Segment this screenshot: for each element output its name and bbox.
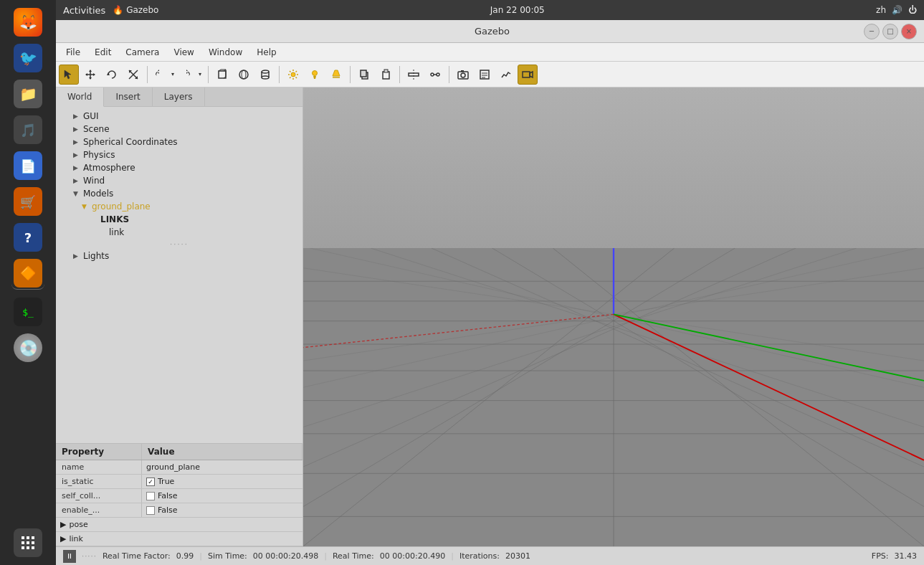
tree-item-physics-label: Physics xyxy=(83,150,115,160)
point-light-button[interactable] xyxy=(305,65,325,85)
power-icon[interactable]: ⏻ xyxy=(908,5,917,15)
svg-rect-1 xyxy=(27,536,29,539)
copy-button[interactable] xyxy=(354,65,374,85)
tree-item-gui[interactable]: ▶ GUI xyxy=(56,110,303,123)
tab-world[interactable]: World xyxy=(56,87,104,107)
sky-area xyxy=(303,87,924,262)
plot-button[interactable] xyxy=(496,65,516,85)
svg-line-71 xyxy=(432,248,924,467)
prop-pose-label: pose xyxy=(69,520,87,529)
svg-line-68 xyxy=(303,248,675,546)
svg-marker-56 xyxy=(530,72,533,77)
menu-edit[interactable]: Edit xyxy=(89,46,117,59)
status-sep-1: | xyxy=(199,551,202,561)
spot-light-button[interactable] xyxy=(326,65,346,85)
menu-window[interactable]: Window xyxy=(203,46,248,59)
tree-item-lights-label: Lights xyxy=(83,251,109,261)
menu-help[interactable]: Help xyxy=(251,46,282,59)
scale-tool-button[interactable] xyxy=(123,65,143,85)
toolbar-sep-2 xyxy=(208,66,209,83)
svg-rect-7 xyxy=(27,546,29,549)
real-time-value: 00 00:00:20.490 xyxy=(380,551,445,561)
screenshot-button[interactable] xyxy=(453,65,473,85)
viewport[interactable] xyxy=(303,87,924,546)
directional-light-button[interactable] xyxy=(283,65,303,85)
tab-insert[interactable]: Insert xyxy=(104,87,152,106)
redo-button[interactable] xyxy=(178,65,194,85)
undo-button[interactable] xyxy=(151,65,167,85)
svg-line-67 xyxy=(553,248,924,546)
maximize-button[interactable]: □ xyxy=(882,24,898,39)
align-button[interactable] xyxy=(404,65,424,85)
select-tool-button[interactable] xyxy=(59,65,79,85)
taskbar-icon-appgrid[interactable] xyxy=(11,526,44,559)
datetime: Jan 22 00:05 xyxy=(490,5,545,15)
tree-item-scene[interactable]: ▶ Scene xyxy=(56,123,303,136)
prop-value-name[interactable]: ground_plane xyxy=(142,460,303,474)
pause-button[interactable]: ⏸ xyxy=(63,550,76,563)
menu-view[interactable]: View xyxy=(168,46,199,59)
tree-item-ground-plane-label: ground_plane xyxy=(92,201,151,212)
prop-value-self-collide[interactable]: False xyxy=(142,489,303,503)
svg-line-72 xyxy=(303,248,796,467)
svg-rect-0 xyxy=(22,536,24,539)
prop-value-enable-wind[interactable]: False xyxy=(142,503,303,517)
expand-arrow-spherical: ▶ xyxy=(73,138,80,146)
tree-item-spherical[interactable]: ▶ Spherical Coordinates xyxy=(56,136,303,148)
tree-separator: ····· xyxy=(56,239,303,250)
tree-item-links-label: LINKS xyxy=(100,214,129,224)
prop-row-pose[interactable]: ▶ pose xyxy=(56,518,303,532)
expand-arrow-lights: ▶ xyxy=(73,252,80,260)
taskbar-icon-music[interactable]: 🎵 xyxy=(11,113,44,146)
activities-label[interactable]: Activities xyxy=(63,5,105,16)
tree-item-wind[interactable]: ▶ Wind xyxy=(56,174,303,187)
enable-wind-checkbox[interactable] xyxy=(146,506,155,515)
tree-item-spherical-label: Spherical Coordinates xyxy=(83,137,178,147)
prop-value-is-static[interactable]: ✓ True xyxy=(142,475,303,488)
prop-row-link-expand[interactable]: ▶ link xyxy=(56,532,303,546)
svg-rect-3 xyxy=(22,541,24,544)
taskbar-icon-thunderbird[interactable]: 🐦 xyxy=(11,42,44,75)
taskbar-icon-firefox[interactable]: 🦊 xyxy=(11,6,44,39)
taskbar-icon-appstore[interactable]: 🛒 xyxy=(11,185,44,218)
box-button[interactable] xyxy=(212,65,232,85)
tree-item-physics[interactable]: ▶ Physics xyxy=(56,148,303,161)
menu-camera[interactable]: Camera xyxy=(120,46,165,59)
translate-tool-button[interactable] xyxy=(80,65,100,85)
taskbar-icon-help[interactable]: ? xyxy=(11,221,44,254)
tree-item-atmosphere[interactable]: ▶ Atmosphere xyxy=(56,161,303,174)
minimize-button[interactable]: − xyxy=(864,24,880,39)
sphere-button[interactable] xyxy=(234,65,254,85)
tree-item-lights[interactable]: ▶ Lights xyxy=(56,250,303,262)
snap-button[interactable] xyxy=(425,65,445,85)
rotate-tool-button[interactable] xyxy=(102,65,122,85)
menu-file[interactable]: File xyxy=(60,46,86,59)
redo-dropdown[interactable]: ▾ xyxy=(196,65,204,85)
tree-item-models[interactable]: ▼ Models xyxy=(56,187,303,200)
tree-item-link[interactable]: link xyxy=(56,226,303,239)
app-label[interactable]: 🔥 Gazebo xyxy=(113,5,158,15)
undo-dropdown[interactable]: ▾ xyxy=(168,65,177,85)
taskbar-icon-terminal[interactable]: $_ xyxy=(11,295,44,328)
tree-item-ground-plane[interactable]: ▼ ground_plane xyxy=(56,200,303,213)
cylinder-button[interactable] xyxy=(255,65,275,85)
sound-icon: 🔊 xyxy=(892,5,902,15)
taskbar-icon-cd[interactable]: 💿 xyxy=(11,331,44,364)
tree-item-links[interactable]: LINKS xyxy=(56,213,303,226)
is-static-checkbox[interactable]: ✓ xyxy=(146,478,155,486)
fps-value: 31.43 xyxy=(895,551,918,561)
log-button[interactable] xyxy=(475,65,495,85)
taskbar-icon-files[interactable]: 📁 xyxy=(11,77,44,110)
taskbar-icon-gazebo[interactable]: 🔶 xyxy=(11,257,44,290)
paste-button[interactable] xyxy=(376,65,396,85)
prop-name-is-static: is_static xyxy=(56,475,142,488)
close-button[interactable]: × xyxy=(901,24,917,39)
tree-view: ▶ GUI ▶ Scene ▶ Spherical Coordinates xyxy=(56,107,303,443)
tab-layers[interactable]: Layers xyxy=(153,87,205,106)
real-time-label: Real Time: xyxy=(333,551,374,561)
self-collide-checkbox[interactable] xyxy=(146,492,155,500)
taskbar-icon-writer[interactable]: 📄 xyxy=(11,149,44,182)
video-button[interactable] xyxy=(518,65,538,85)
svg-rect-50 xyxy=(461,70,464,72)
expand-arrow-ground-plane: ▼ xyxy=(82,203,89,210)
